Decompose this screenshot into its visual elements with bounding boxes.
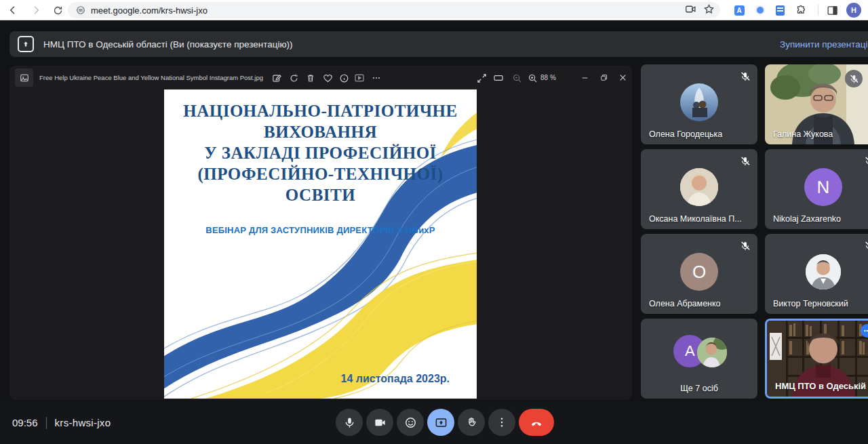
rotate-icon[interactable] bbox=[287, 71, 300, 85]
info-icon[interactable] bbox=[337, 71, 351, 85]
back-icon[interactable] bbox=[5, 3, 20, 18]
forward-icon[interactable] bbox=[28, 3, 43, 18]
avatar-initial: O bbox=[680, 253, 718, 291]
slide-title-line: НАЦІОНАЛЬНО-ПАТРІОТИЧНЕ bbox=[164, 100, 477, 121]
profile-avatar[interactable]: H bbox=[846, 3, 861, 18]
self-view-tile[interactable]: НМЦ ПТО в Одеській ... bbox=[765, 319, 868, 399]
mic-off-icon bbox=[845, 70, 863, 87]
photo-viewer-titlebar: Free Help Ukraine Peace Blue and Yellow … bbox=[9, 66, 632, 89]
slide-title: НАЦІОНАЛЬНО-ПАТРІОТИЧНЕ ВИХОВАННЯ У ЗАКЛ… bbox=[164, 89, 477, 205]
participant-name: Олена Абраменко bbox=[649, 299, 721, 308]
overflow-participants-tile[interactable]: A Ще 7 осіб bbox=[641, 319, 757, 399]
more-options-button[interactable] bbox=[488, 409, 515, 436]
favorite-heart-icon[interactable] bbox=[321, 71, 334, 85]
zoom-out-icon[interactable] bbox=[510, 71, 524, 85]
participant-tile[interactable]: Оксана Миколаївна П... bbox=[641, 149, 757, 229]
participant-name: Оксана Миколаївна П... bbox=[649, 214, 742, 224]
restore-window-icon[interactable] bbox=[595, 70, 612, 85]
present-screen-icon bbox=[18, 36, 34, 52]
recording-extension-icon[interactable] bbox=[753, 3, 768, 18]
participant-name: Виктор Терновский bbox=[773, 299, 848, 308]
presentation-banner-title: НМЦ ПТО в Одеській області (Ви (показуєт… bbox=[43, 31, 293, 57]
refresh-icon[interactable] bbox=[50, 3, 65, 18]
minimize-icon[interactable] bbox=[576, 70, 593, 85]
avatar bbox=[680, 168, 718, 206]
clock-time: 09:56 bbox=[12, 417, 38, 428]
fullscreen-icon[interactable] bbox=[475, 71, 488, 85]
extensions-puzzle-icon[interactable] bbox=[793, 3, 808, 18]
end-call-button[interactable] bbox=[519, 409, 554, 436]
participant-tile[interactable]: Виктор Терновский bbox=[765, 234, 868, 314]
slide-title-line: У ЗАКЛАДІ ПРОФЕСІЙНОЇ bbox=[164, 142, 477, 163]
photo-filename: Free Help Ukraine Peace Blue and Yellow … bbox=[39, 66, 263, 89]
call-controls bbox=[336, 409, 554, 436]
participant-name: Nikolaj Zaxarenko bbox=[773, 214, 841, 224]
fit-to-window-icon[interactable] bbox=[492, 71, 505, 85]
tab-capture-icon[interactable] bbox=[685, 3, 696, 18]
google-meet-window: meet.google.com/krs-hwsi-jxo A H bbox=[0, 0, 868, 444]
participant-tile[interactable]: Галина Жукова bbox=[765, 64, 868, 144]
delete-icon[interactable] bbox=[304, 71, 317, 85]
mic-off-icon bbox=[864, 156, 868, 169]
slide-date: 14 листопада 2023р. bbox=[341, 373, 450, 385]
photos-app-icon bbox=[15, 68, 33, 87]
presentation-banner: НМЦ ПТО в Одеській області (Ви (показуєт… bbox=[9, 31, 868, 57]
raise-hand-button[interactable] bbox=[458, 409, 485, 436]
docs-extension-icon[interactable] bbox=[772, 3, 787, 18]
avatar bbox=[680, 83, 718, 121]
reactions-button[interactable] bbox=[397, 409, 424, 436]
slide-title-line: ОСВІТИ bbox=[164, 184, 477, 205]
url-text[interactable]: meet.google.com/krs-hwsi-jxo bbox=[91, 5, 208, 16]
stop-presenting-link[interactable]: Зупинити презентацію bbox=[780, 31, 868, 57]
slideshow-icon[interactable] bbox=[353, 71, 366, 85]
mic-off-icon bbox=[864, 241, 868, 254]
toolbar-divider bbox=[818, 5, 818, 16]
meet-bottom-bar: 09:56 krs-hwsi-jxo bbox=[0, 401, 868, 444]
camera-button[interactable] bbox=[366, 409, 393, 436]
edit-image-icon[interactable] bbox=[270, 71, 283, 85]
zoom-level-label: 88 % bbox=[540, 66, 556, 89]
present-button[interactable] bbox=[427, 409, 454, 436]
avatar bbox=[806, 254, 841, 289]
browser-chrome: meet.google.com/krs-hwsi-jxo A H bbox=[0, 0, 868, 20]
translate-extension-icon[interactable]: A bbox=[732, 3, 747, 18]
participant-name: Олена Городецька bbox=[649, 129, 722, 139]
close-window-icon[interactable] bbox=[614, 70, 631, 85]
slide-title-line: (ПРОФЕСІЙНО-ТЕХНІЧНОЇ) bbox=[164, 163, 477, 184]
address-bar[interactable]: meet.google.com/krs-hwsi-jxo bbox=[68, 2, 720, 18]
zoom-in-icon[interactable] bbox=[526, 71, 539, 85]
participant-tile[interactable]: Олена Городецька bbox=[641, 64, 757, 144]
participant-tile[interactable]: O Олена Абраменко bbox=[641, 234, 757, 314]
meeting-code: krs-hwsi-jxo bbox=[55, 417, 111, 428]
slide-title-line: ВИХОВАННЯ bbox=[164, 121, 477, 142]
divider bbox=[46, 417, 47, 429]
more-options-icon[interactable] bbox=[370, 71, 383, 85]
presentation-slide: НАЦІОНАЛЬНО-ПАТРІОТИЧНЕ ВИХОВАННЯ У ЗАКЛ… bbox=[164, 89, 477, 399]
mic-off-icon bbox=[740, 156, 751, 169]
site-info-icon[interactable] bbox=[76, 5, 85, 15]
photo-viewer-window: Free Help Ukraine Peace Blue and Yellow … bbox=[9, 66, 632, 400]
mic-off-icon bbox=[740, 71, 751, 85]
overflow-count-label: Ще 7 осіб bbox=[641, 384, 757, 393]
participant-name: Галина Жукова bbox=[773, 129, 833, 139]
mic-off-icon bbox=[740, 241, 751, 254]
mic-button[interactable] bbox=[336, 409, 363, 436]
avatar bbox=[697, 338, 727, 367]
participant-tile[interactable]: N Nikolaj Zaxarenko bbox=[765, 149, 868, 229]
bookmark-star-icon[interactable] bbox=[703, 3, 715, 18]
avatar-initial: N bbox=[804, 168, 842, 206]
slide-subtitle: ВЕБІНАР ДЛЯ ЗАСТУПНИКІВ ДИРЕКТОРІВ З НВи… bbox=[164, 225, 477, 235]
self-name-label: НМЦ ПТО в Одеській ... bbox=[775, 381, 868, 391]
side-panel-icon[interactable] bbox=[825, 3, 840, 18]
